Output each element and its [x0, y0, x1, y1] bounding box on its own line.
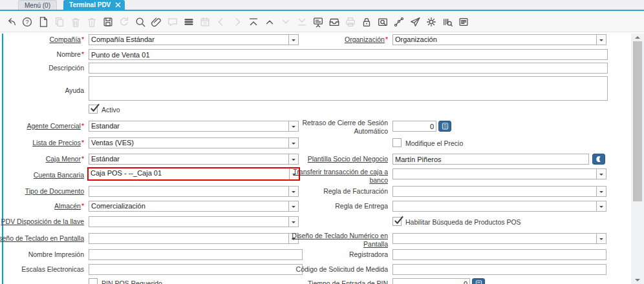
tipo-documento-label[interactable]: Tipo de Documento: [0, 187, 84, 196]
activo-label: Activo: [102, 106, 120, 114]
help-button[interactable]: ?: [21, 16, 33, 28]
calendar-icon: 31: [199, 16, 211, 28]
required-marker: *: [81, 36, 84, 43]
archive-button[interactable]: [328, 16, 340, 28]
nombre-impresion-label: Nombre Impresión: [0, 250, 84, 259]
plantilla-record-button[interactable]: [592, 154, 605, 165]
regla-facturacion-combobox[interactable]: [392, 186, 606, 197]
last-record-icon: [296, 16, 308, 28]
almacen-label[interactable]: Almacén*: [0, 202, 84, 210]
teclado-pantalla-label[interactable]: Diseño de Teclado en Pantalla: [0, 234, 84, 243]
escalas-input[interactable]: [89, 264, 303, 275]
retraso-calculator-button[interactable]: [438, 121, 451, 132]
teclado-numerico-combobox[interactable]: [392, 233, 606, 244]
nombre-impresion-input[interactable]: [89, 249, 303, 260]
cuenta-bancaria-label[interactable]: Cuenta Bancaria: [0, 171, 84, 179]
ayuda-textarea[interactable]: [89, 76, 608, 101]
pdv-llave-value: [89, 217, 288, 227]
modifique-precio-checkbox[interactable]: [392, 138, 402, 147]
required-marker: *: [81, 50, 84, 58]
registradora-input[interactable]: [392, 249, 606, 260]
transferir-dropdown-arrow-icon[interactable]: [596, 169, 606, 179]
lista-precios-label[interactable]: Lista de Precios*: [0, 139, 84, 147]
first-record-button[interactable]: [248, 16, 259, 28]
organizacion-label[interactable]: Organización*: [278, 36, 388, 44]
retraso-input[interactable]: [392, 121, 436, 132]
transferir-label[interactable]: Transferir transacción de caja a banco: [278, 168, 388, 185]
parent-record-icon: [264, 16, 275, 28]
new-record-button[interactable]: [38, 16, 49, 28]
save-button[interactable]: [102, 16, 114, 28]
pin-requerido-checkbox[interactable]: [89, 278, 98, 284]
next-record-button: [231, 16, 243, 28]
habilitar-busqueda-checkbox[interactable]: [392, 217, 402, 226]
pdv-llave-label[interactable]: PDV Disposición de la llave: [0, 218, 84, 226]
pdv-llave-combobox[interactable]: [89, 216, 299, 227]
attachment-button[interactable]: [151, 16, 162, 28]
detail-record-icon: [280, 16, 292, 28]
descripcion-input[interactable]: [89, 63, 608, 74]
detail-record-button: [280, 16, 292, 28]
teclado-numerico-dropdown-arrow-icon[interactable]: [596, 234, 606, 243]
presentation-button[interactable]: [312, 16, 324, 28]
tiempo-pin-input[interactable]: [392, 278, 470, 284]
teclado-numerico-label[interactable]: Diseño de Teclado Numérico en Pantalla: [278, 232, 388, 249]
agente-comercial-combobox[interactable]: Estandar: [89, 121, 299, 132]
lock-button[interactable]: [361, 16, 372, 28]
scroll-up-icon[interactable]: [635, 36, 640, 39]
vertical-scrollbar[interactable]: [631, 34, 644, 284]
regla-entrega-label: Regla de Entrega: [278, 202, 388, 210]
retraso-label: Retraso de Cierre de Sesión Automático: [278, 119, 388, 136]
preview-button[interactable]: [377, 16, 389, 28]
preview-icon: [377, 16, 389, 28]
parent-record-button[interactable]: [264, 16, 275, 28]
lista-precios-dropdown-arrow-icon[interactable]: [288, 138, 298, 148]
plantilla-input[interactable]: [392, 154, 589, 165]
scroll-down-icon[interactable]: [635, 279, 640, 281]
print-icon: [345, 16, 356, 28]
tab-terminal-pdv[interactable]: Terminal PDV: [63, 0, 125, 10]
plantilla-label[interactable]: Plantilla Socio del Negocio: [278, 155, 388, 163]
nombre-input[interactable]: [89, 49, 608, 60]
grid-toggle-icon: [183, 16, 195, 28]
close-tab-icon[interactable]: [115, 2, 121, 8]
toolbar: ?31: [0, 12, 644, 32]
barcode-scan-button[interactable]: [442, 16, 453, 28]
regla-entrega-dropdown-arrow-icon[interactable]: [596, 201, 606, 211]
report-button[interactable]: [458, 16, 469, 28]
caja-menor-combobox[interactable]: Estándar: [89, 154, 299, 165]
grid-toggle-button[interactable]: [183, 16, 195, 28]
cuenta-bancaria-combobox[interactable]: Caja POS - --_Caja 01: [87, 167, 300, 181]
activo-checkbox[interactable]: [89, 105, 98, 114]
report-icon: [458, 16, 469, 28]
caja-menor-label[interactable]: Caja Menor*: [0, 155, 84, 163]
scrollbar-thumb[interactable]: [633, 41, 642, 201]
workflow-button[interactable]: [393, 16, 405, 28]
required-marker: *: [81, 139, 84, 147]
organizacion-combobox[interactable]: Organización: [392, 34, 606, 45]
transferir-combobox[interactable]: [392, 168, 606, 179]
nombre-label: Nombre*: [0, 50, 84, 59]
compania-combobox[interactable]: Compañía Estándar: [89, 34, 299, 45]
teclado-pantalla-combobox[interactable]: [89, 233, 299, 244]
regla-entrega-combobox[interactable]: [392, 201, 606, 212]
pdv-llave-dropdown-arrow-icon[interactable]: [288, 217, 298, 227]
lock-icon: [361, 16, 372, 28]
tipo-documento-combobox[interactable]: [89, 186, 299, 197]
lista-precios-combobox[interactable]: Ventas (VES): [89, 137, 299, 148]
settings-button[interactable]: [425, 16, 437, 28]
organizacion-dropdown-arrow-icon[interactable]: [596, 35, 606, 45]
refresh-button: [118, 16, 130, 28]
tiempo-pin-calculator-button[interactable]: [472, 278, 485, 284]
registradora-label: Registradora: [278, 250, 388, 259]
almacen-combobox[interactable]: Comercialización: [89, 201, 299, 212]
undo-button[interactable]: [5, 16, 17, 28]
presentation-icon: [312, 16, 324, 28]
send-button[interactable]: [409, 16, 421, 28]
find-button[interactable]: [134, 16, 146, 28]
codigo-solicitud-input[interactable]: [392, 264, 606, 275]
agente-comercial-label[interactable]: Agente Comercial*: [0, 122, 84, 130]
compania-label[interactable]: Compañía*: [0, 36, 84, 44]
tab-menu[interactable]: Menú (0): [18, 0, 57, 10]
regla-facturacion-dropdown-arrow-icon[interactable]: [596, 187, 606, 196]
